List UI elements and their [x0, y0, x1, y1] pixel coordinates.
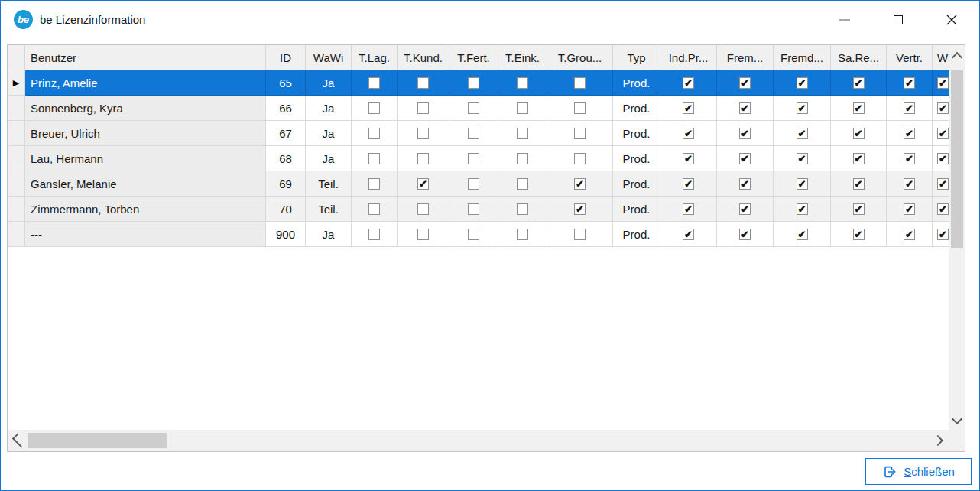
- column-header-ind_pr[interactable]: Ind.Pr...: [660, 45, 717, 70]
- cell-frem[interactable]: ✔: [717, 70, 774, 96]
- cell-t_fert[interactable]: [449, 146, 498, 171]
- cell-wawi[interactable]: Teil.: [306, 171, 352, 197]
- checkbox-wi[interactable]: ✔: [937, 128, 949, 139]
- checkbox-t_fert[interactable]: [468, 229, 479, 240]
- checkbox-t_grou[interactable]: [574, 153, 586, 164]
- checkbox-t_lag[interactable]: [368, 153, 380, 164]
- table-row[interactable]: ▶---900JaProd.✔✔✔✔✔✔: [8, 222, 951, 247]
- scroll-down-button[interactable]: [949, 410, 965, 430]
- checkbox-t_kund[interactable]: [417, 102, 429, 114]
- cell-frem[interactable]: ✔: [717, 171, 774, 197]
- cell-typ[interactable]: Prod.: [613, 197, 660, 222]
- table-row[interactable]: ▶Zimmermann, Torben70Teil.✔Prod.✔✔✔✔✔✔: [8, 197, 951, 222]
- cell-wi[interactable]: ✔: [933, 70, 951, 96]
- checkbox-t_grou[interactable]: [574, 128, 586, 139]
- cell-id[interactable]: 65: [266, 70, 306, 96]
- checkbox-t_kund[interactable]: [417, 77, 429, 89]
- cell-typ[interactable]: Prod.: [613, 222, 660, 247]
- cell-vertr[interactable]: ✔: [887, 197, 933, 222]
- cell-t_fert[interactable]: [449, 222, 498, 247]
- cell-name[interactable]: Zimmermann, Torben: [25, 197, 266, 222]
- cell-name[interactable]: ---: [25, 222, 266, 247]
- checkbox-frem[interactable]: ✔: [739, 77, 751, 89]
- cell-t_eink[interactable]: [498, 197, 547, 222]
- scroll-up-button[interactable]: [949, 45, 965, 67]
- cell-t_kund[interactable]: [398, 70, 449, 96]
- cell-wawi[interactable]: Teil.: [306, 197, 352, 222]
- cell-t_fert[interactable]: [449, 121, 498, 146]
- table-row[interactable]: ▶Sonnenberg, Kyra66JaProd.✔✔✔✔✔✔: [8, 96, 951, 121]
- cell-ind_pr[interactable]: ✔: [660, 197, 717, 222]
- cell-id[interactable]: 900: [266, 222, 306, 247]
- cell-t_lag[interactable]: [352, 96, 398, 121]
- checkbox-t_kund[interactable]: [417, 153, 429, 164]
- column-header-fremd[interactable]: Fremd...: [774, 45, 831, 70]
- cell-id[interactable]: 66: [266, 96, 306, 121]
- cell-frem[interactable]: ✔: [717, 222, 774, 247]
- cell-ind_pr[interactable]: ✔: [660, 171, 717, 197]
- checkbox-vertr[interactable]: ✔: [904, 128, 915, 139]
- column-header-sa_re[interactable]: Sa.Re...: [831, 45, 887, 70]
- cell-wi[interactable]: ✔: [933, 197, 951, 222]
- cell-fremd[interactable]: ✔: [774, 171, 831, 197]
- cell-wawi[interactable]: Ja: [306, 70, 352, 96]
- cell-ind_pr[interactable]: ✔: [660, 96, 717, 121]
- checkbox-vertr[interactable]: ✔: [904, 178, 915, 190]
- cell-wi[interactable]: ✔: [933, 171, 951, 197]
- maximize-button[interactable]: [881, 8, 916, 31]
- cell-t_grou[interactable]: ✔: [547, 197, 613, 222]
- checkbox-frem[interactable]: ✔: [739, 178, 751, 190]
- cell-t_lag[interactable]: [352, 171, 398, 197]
- checkbox-t_lag[interactable]: [368, 203, 380, 215]
- cell-t_fert[interactable]: [449, 171, 498, 197]
- checkbox-vertr[interactable]: ✔: [904, 153, 915, 164]
- cell-vertr[interactable]: ✔: [887, 146, 933, 171]
- cell-t_lag[interactable]: [352, 121, 398, 146]
- checkbox-t_lag[interactable]: [368, 178, 380, 190]
- cell-name[interactable]: Breuer, Ulrich: [25, 121, 266, 146]
- checkbox-t_grou[interactable]: [574, 77, 586, 89]
- cell-sa_re[interactable]: ✔: [831, 70, 887, 96]
- checkbox-frem[interactable]: ✔: [739, 153, 751, 164]
- column-header-t_grou[interactable]: T.Grou...: [547, 45, 613, 70]
- checkbox-t_lag[interactable]: [368, 229, 380, 240]
- cell-typ[interactable]: Prod.: [613, 70, 660, 96]
- checkbox-t_fert[interactable]: [468, 102, 479, 114]
- checkbox-t_eink[interactable]: [517, 153, 528, 164]
- scroll-right-button[interactable]: [928, 430, 949, 451]
- checkbox-t_lag[interactable]: [368, 102, 380, 114]
- cell-frem[interactable]: ✔: [717, 121, 774, 146]
- cell-t_kund[interactable]: [398, 197, 449, 222]
- checkbox-vertr[interactable]: ✔: [904, 77, 915, 89]
- column-header-t_eink[interactable]: T.Eink.: [498, 45, 547, 70]
- cell-t_kund[interactable]: [398, 96, 449, 121]
- checkbox-wi[interactable]: ✔: [937, 229, 949, 240]
- cell-t_lag[interactable]: [352, 70, 398, 96]
- cell-fremd[interactable]: ✔: [774, 222, 831, 247]
- cell-sa_re[interactable]: ✔: [831, 171, 887, 197]
- cell-wawi[interactable]: Ja: [306, 96, 352, 121]
- checkbox-frem[interactable]: ✔: [739, 229, 751, 240]
- table-row[interactable]: ▶Gansler, Melanie69Teil.✔✔Prod.✔✔✔✔✔✔: [8, 171, 951, 197]
- checkbox-t_kund[interactable]: [417, 128, 429, 139]
- checkbox-t_eink[interactable]: [517, 229, 528, 240]
- checkbox-t_eink[interactable]: [517, 203, 528, 215]
- cell-t_grou[interactable]: [547, 222, 613, 247]
- cell-t_eink[interactable]: [498, 70, 547, 96]
- column-header-wi[interactable]: WI: [933, 45, 951, 70]
- cell-sa_re[interactable]: ✔: [831, 96, 887, 121]
- column-header-t_fert[interactable]: T.Fert.: [449, 45, 498, 70]
- cell-ind_pr[interactable]: ✔: [660, 146, 717, 171]
- cell-name[interactable]: Lau, Hermann: [25, 146, 266, 171]
- checkbox-t_eink[interactable]: [517, 77, 528, 89]
- checkbox-fremd[interactable]: ✔: [797, 178, 808, 190]
- cell-t_grou[interactable]: ✔: [547, 171, 613, 197]
- checkbox-t_grou[interactable]: ✔: [574, 203, 586, 215]
- cell-t_lag[interactable]: [352, 222, 398, 247]
- checkbox-ind_pr[interactable]: ✔: [683, 153, 694, 164]
- cell-t_kund[interactable]: ✔: [398, 171, 449, 197]
- cell-vertr[interactable]: ✔: [887, 222, 933, 247]
- checkbox-t_fert[interactable]: [468, 178, 479, 190]
- table-row[interactable]: ▶Prinz, Amelie65JaProd.✔✔✔✔✔✔: [8, 70, 951, 96]
- cell-name[interactable]: Gansler, Melanie: [25, 171, 266, 197]
